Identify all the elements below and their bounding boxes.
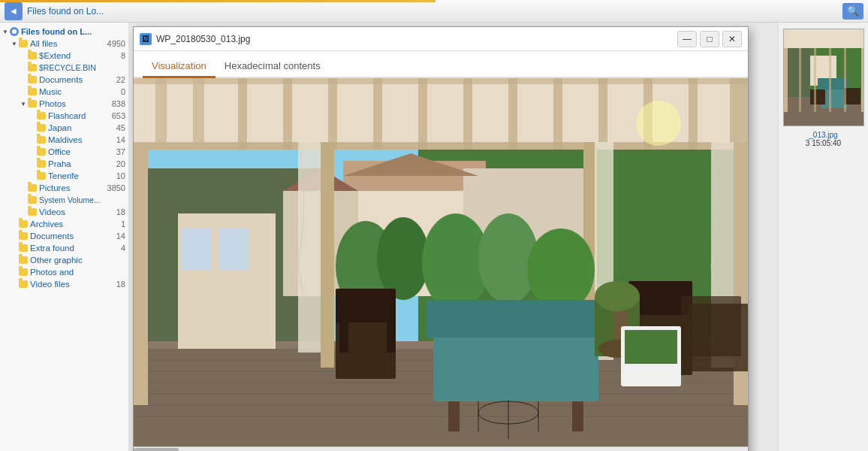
tenerife-count: 10 [116, 171, 125, 180]
sidebar-item-documents1[interactable]: Documents 22 [0, 74, 128, 86]
expand-icon-othergraphics [11, 256, 18, 264]
sidebar-item-othergraphics[interactable]: Other graphic [0, 254, 128, 266]
folder-icon-pictures [28, 184, 37, 192]
tenerife-label: Tenerife [48, 171, 114, 180]
folder-icon-videofiles [19, 280, 28, 288]
modal-file-icon [140, 33, 152, 45]
svg-rect-28 [508, 78, 517, 150]
sidebar-item-extend[interactable]: $Extend 8 [0, 50, 128, 62]
svg-rect-56 [339, 296, 348, 353]
expand-icon-tenerife [29, 172, 36, 180]
svg-rect-29 [553, 78, 562, 150]
sidebar: ▼ Files found on L... ▼ All files 4950 $… [0, 23, 129, 451]
svg-rect-33 [730, 78, 748, 150]
svg-rect-18 [134, 78, 748, 84]
extrafound-label: Extra found [30, 244, 119, 253]
svg-rect-74 [784, 29, 864, 48]
sidebar-item-tenerife[interactable]: Tenerife 10 [0, 170, 128, 182]
sidebar-item-recycle[interactable]: $RECYCLE.BIN [0, 62, 128, 74]
othergraphics-label: Other graphic [30, 256, 125, 265]
expand-icon-photospic [11, 268, 18, 276]
music-count: 0 [121, 87, 125, 96]
modal-scrollbar[interactable] [134, 446, 748, 451]
sidebar-item-maldives[interactable]: Maldives 14 [0, 134, 128, 146]
expand-icon-documents1 [20, 76, 27, 83]
svg-rect-70 [219, 229, 249, 270]
right-panel: _013.jpg 3 15:05:40 [778, 23, 868, 451]
sidebar-item-allfiles[interactable]: ▼ All files 4950 [0, 38, 128, 50]
svg-rect-20 [155, 78, 167, 150]
sidebar-item-office[interactable]: Office 37 [0, 146, 128, 158]
maldives-count: 14 [116, 135, 125, 144]
back-button[interactable]: ◀ [5, 2, 23, 20]
svg-rect-87 [829, 48, 831, 112]
svg-rect-25 [373, 78, 382, 150]
modal-controls: — □ ✕ [677, 31, 742, 47]
expand-icon-systemvolume [20, 196, 27, 204]
modal-title: WP_20180530_013.jpg [156, 34, 677, 44]
sidebar-item-systemvolume[interactable]: System Volume... [0, 194, 128, 206]
tab-hexadecimal[interactable]: Hexadecimal contents [215, 56, 330, 78]
sidebar-item-pictures[interactable]: Pictures 3850 [0, 182, 128, 194]
music-label: Music [39, 87, 119, 96]
svg-point-42 [377, 217, 429, 300]
svg-point-72 [636, 101, 681, 146]
search-button[interactable]: 🔍 [842, 3, 863, 20]
pictures-label: Pictures [39, 183, 105, 192]
svg-point-63 [595, 281, 640, 311]
modal-scrollbar-thumb[interactable] [134, 448, 179, 451]
svg-rect-22 [238, 78, 247, 150]
svg-rect-21 [193, 78, 204, 150]
sidebar-item-archives[interactable]: Archives 1 [0, 218, 128, 230]
close-button[interactable]: ✕ [722, 31, 742, 47]
svg-rect-69 [182, 229, 212, 270]
expand-icon-praha [29, 160, 36, 168]
sidebar-item-photos[interactable]: ▼ Photos 838 [0, 98, 128, 110]
sidebar-item-documents2[interactable]: Documents 14 [0, 230, 128, 242]
pictures-count: 3850 [107, 183, 125, 192]
svg-rect-80 [861, 48, 864, 112]
recycle-label: $RECYCLE.BIN [39, 63, 125, 72]
videofiles-label: Video files [30, 280, 114, 289]
sidebar-item-music[interactable]: Music 0 [0, 86, 128, 98]
sidebar-item-videofiles[interactable]: Video files 18 [0, 278, 128, 290]
modal-content [134, 78, 748, 446]
expand-icon-office [29, 148, 36, 156]
minimize-button[interactable]: — [677, 31, 697, 47]
folder-icon-photospic [19, 268, 28, 276]
expand-icon-flashcard [29, 112, 36, 120]
sidebar-item-videos[interactable]: Videos 18 [0, 206, 128, 218]
top-bar: ◀ Files found on Lo... 🔍 [0, 0, 868, 23]
expand-icon-extrafound [11, 244, 18, 252]
documents1-count: 22 [116, 75, 125, 84]
svg-rect-34 [134, 142, 148, 405]
tab-visualization[interactable]: Visualization [143, 56, 215, 78]
svg-rect-23 [283, 78, 292, 150]
svg-rect-67 [625, 330, 677, 364]
modal-tabs: Visualization Hexadecimal contents [134, 51, 748, 78]
sidebar-item-japan[interactable]: Japan 45 [0, 122, 128, 134]
videofiles-count: 18 [116, 280, 125, 289]
maximize-button[interactable]: □ [700, 31, 719, 47]
thumbnail-filename: _013.jpg [809, 131, 837, 139]
sidebar-item-praha[interactable]: Praha 20 [0, 158, 128, 170]
archives-count: 1 [121, 219, 125, 229]
expand-icon-allfiles: ▼ [11, 40, 18, 47]
sidebar-item-extrafound[interactable]: Extra found 4 [0, 242, 128, 254]
svg-rect-88 [844, 48, 846, 112]
drive-icon [10, 27, 19, 36]
modal-window: WP_20180530_013.jpg — □ ✕ Visualization … [133, 26, 749, 451]
extend-label: $Extend [39, 51, 119, 60]
sidebar-root[interactable]: ▼ Files found on L... [0, 26, 128, 38]
svg-rect-83 [810, 89, 825, 104]
svg-rect-86 [814, 48, 816, 112]
folder-icon-photos [28, 100, 37, 107]
praha-label: Praha [48, 159, 114, 168]
sidebar-item-photospic[interactable]: Photos and [0, 266, 128, 278]
allfiles-label: All files [30, 39, 105, 48]
sidebar-item-flashcard[interactable]: Flashcard 653 [0, 110, 128, 122]
expand-icon-japan [29, 124, 36, 132]
allfiles-count: 4950 [107, 39, 125, 48]
svg-point-45 [527, 229, 595, 311]
thumbnail-image [783, 29, 864, 126]
